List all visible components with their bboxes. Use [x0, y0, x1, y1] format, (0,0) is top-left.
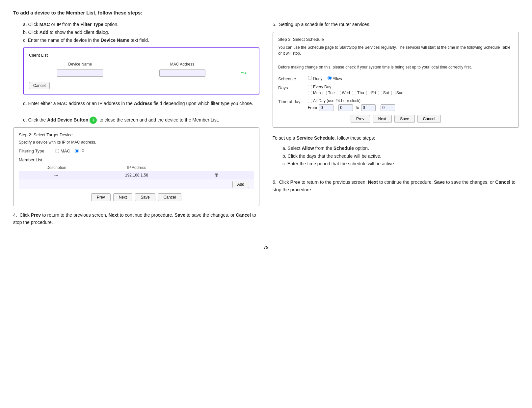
mon-checkbox[interactable] — [308, 91, 312, 95]
time-input-row: From : To : — [308, 104, 513, 111]
from-hour-input[interactable] — [319, 104, 333, 111]
to-colon: : — [378, 105, 379, 110]
member-list-add-button[interactable]: Add — [232, 181, 249, 188]
sub-step-a: a. Click MAC or IP from the Filter Type … — [23, 21, 259, 29]
step2-cancel-button[interactable]: Cancel — [158, 193, 181, 201]
allow-radio-label[interactable]: Allow — [328, 76, 342, 81]
step2-button-row: Prev Next Save Cancel — [19, 193, 254, 201]
sub-step-d: d. Enter either a MAC address or an IP a… — [23, 100, 259, 108]
client-list-dialog: Client List Device Name MAC Address — [23, 47, 259, 95]
fri-label[interactable]: Fri — [366, 91, 376, 95]
to-hour-input[interactable] — [361, 104, 376, 111]
step2-box: Step 2: Select Target Device Specify a d… — [13, 127, 259, 206]
step6-text: 6. Click Prev to return to the previous … — [273, 178, 519, 193]
all-day-label[interactable]: All Day (use 24-hour clock) — [308, 98, 360, 103]
step3-desc2: Before making change on this, please che… — [278, 64, 513, 70]
step3-prev-button[interactable]: Prev — [351, 115, 370, 123]
sub-step-c: c. Enter the name of the device in the D… — [23, 37, 259, 44]
all-day-checkbox[interactable] — [308, 99, 312, 103]
mac-radio[interactable] — [55, 149, 59, 153]
device-name-input[interactable] — [57, 69, 103, 77]
from-label: From — [308, 105, 317, 110]
step2-save-button[interactable]: Save — [135, 193, 155, 201]
step3-save-button[interactable]: Save — [394, 115, 414, 123]
mac-address-input[interactable] — [159, 69, 205, 77]
sun-checkbox[interactable] — [391, 91, 395, 95]
step2-next-button[interactable]: Next — [113, 193, 133, 201]
service-sub-steps: a. Select Allow from the Schedule option… — [282, 145, 519, 168]
sun-label[interactable]: Sun — [391, 91, 403, 95]
every-day-label[interactable]: Every Day — [308, 85, 331, 89]
all-day-group: All Day (use 24-hour clock) — [308, 98, 513, 103]
wed-checkbox[interactable] — [337, 91, 341, 95]
deny-label: Deny — [313, 76, 322, 81]
deny-radio-label[interactable]: Deny — [308, 76, 324, 81]
main-heading: To add a device to the Member List, foll… — [13, 10, 519, 15]
col-description: Description — [19, 164, 94, 171]
trash-icon[interactable]: 🗑 — [214, 172, 219, 178]
sub-step-e-container: e. Click the Add Device Button + to clos… — [23, 116, 259, 124]
every-day-checkbox[interactable] — [308, 85, 312, 89]
ip-radio[interactable] — [75, 149, 79, 153]
step3-next-button[interactable]: Next — [373, 115, 392, 123]
client-list-table: Device Name MAC Address ⤳ — [29, 61, 253, 79]
sub-step-d-container: d. Enter either a MAC address or an IP a… — [23, 100, 259, 108]
col-action — [179, 164, 254, 171]
step4-text: 4. Click Prev to return to the previous … — [13, 211, 259, 226]
step2-prev-button[interactable]: Prev — [91, 193, 111, 201]
member-list-table: Description IP Address --- 192.168.1.58 … — [19, 164, 254, 189]
mac-address-cell — [131, 68, 233, 79]
tue-checkbox[interactable] — [323, 91, 327, 95]
step3-cancel-button[interactable]: Cancel — [417, 115, 441, 123]
deny-radio[interactable] — [308, 76, 312, 80]
device-name-cell — [29, 68, 131, 79]
every-day-group: Every Day — [308, 85, 513, 89]
from-colon: : — [335, 105, 336, 110]
client-list-cancel-button[interactable]: Cancel — [29, 82, 50, 89]
tue-text: Tue — [328, 91, 334, 95]
tue-label[interactable]: Tue — [323, 91, 334, 95]
every-day-text: Every Day — [313, 85, 331, 89]
step2-title: Step 2: Select Target Device — [19, 132, 254, 137]
days-row: Days Every Day Mon Tue Wed Thu Fri — [278, 85, 513, 95]
add-device-icon[interactable]: ⤳ — [240, 69, 246, 77]
row2-action: Add — [179, 179, 254, 189]
service-sub-step-c: c. Enter the time period that the schedu… — [282, 160, 519, 168]
thu-label[interactable]: Thu — [352, 91, 364, 95]
member-list-label: Member List — [19, 157, 254, 162]
row1-ip: 192.168.1.58 — [94, 171, 179, 179]
page-number: 79 — [263, 245, 269, 250]
mac-radio-label[interactable]: MAC — [55, 149, 70, 153]
step5-heading: 5. Setting up a schedule for the router … — [273, 21, 519, 28]
col-mac-address: MAC Address — [131, 61, 233, 68]
time-controls: All Day (use 24-hour clock) From : To : — [308, 98, 513, 111]
fri-checkbox[interactable] — [366, 91, 370, 95]
wed-text: Wed — [342, 91, 350, 95]
ip-radio-text: IP — [80, 149, 84, 153]
sub-step-e: e. Click the Add Device Button + to clos… — [23, 116, 259, 124]
all-day-text: All Day (use 24-hour clock) — [313, 98, 360, 103]
mac-radio-text: MAC — [61, 149, 70, 153]
from-min-input[interactable] — [338, 104, 353, 111]
thu-checkbox[interactable] — [352, 91, 356, 95]
schedule-row: Schedule Deny Allow — [278, 76, 513, 81]
filtering-type-radio-group: MAC IP — [55, 149, 84, 153]
step4: 4. Click Prev to return to the previous … — [13, 211, 259, 226]
right-column: 5. Setting up a schedule for the router … — [273, 21, 519, 231]
allow-radio[interactable] — [328, 76, 332, 80]
step3-button-row: Prev Next Save Cancel — [278, 115, 513, 123]
left-column: a. Click MAC or IP from the Filter Type … — [13, 21, 259, 231]
time-of-day-label: Time of day — [278, 98, 308, 104]
mon-label[interactable]: Mon — [308, 91, 321, 95]
ip-radio-label[interactable]: IP — [75, 149, 84, 153]
sat-label[interactable]: Sat — [378, 91, 389, 95]
sun-text: Sun — [396, 91, 403, 95]
wed-label[interactable]: Wed — [337, 91, 350, 95]
to-min-input[interactable] — [381, 104, 395, 111]
sat-text: Sat — [383, 91, 389, 95]
divider — [278, 73, 513, 73]
filtering-type-label: Filtering Type — [19, 149, 55, 153]
schedule-label: Schedule — [278, 76, 308, 81]
member-list-section: Member List Description IP Address --- 1… — [19, 157, 254, 189]
sat-checkbox[interactable] — [378, 91, 382, 95]
